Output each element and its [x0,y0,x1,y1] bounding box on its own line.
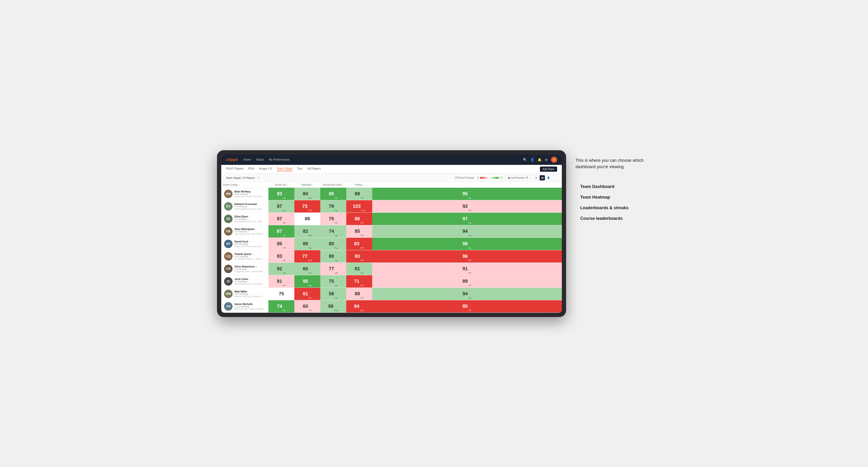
table-row[interactable]: AN Aaron Nicholls 11-15 Handicap Drift G… [221,300,562,312]
nav-home[interactable]: Home [243,158,251,161]
col-header-off-tee[interactable]: Off the Tee ↓ [269,182,294,188]
score-box: 81 4 [346,263,372,275]
score-value: 86 [355,216,360,221]
score-box: 94 1 [372,225,562,238]
table-header-row: Player Quality ↓ Off the Tee ↓ Approach … [221,182,562,188]
col-header-around-green[interactable]: Around the Green ↓ [320,182,346,188]
view-download-button[interactable]: ↓ [552,175,557,181]
score-value: 60 [303,304,308,309]
score-value: 95 [303,279,308,284]
score-value: 88 [355,291,360,297]
circle-plus-icon[interactable]: ⊕ [545,158,548,161]
player-handicap: Plus Handicap [235,243,266,245]
player-info: Josh Coles 1-5 Handicap Royal North Devo… [235,278,266,285]
score-cell-player-quality: 93 4 [269,187,294,200]
score-delta: 4 [335,297,338,299]
nav-teams[interactable]: Teams [256,158,264,161]
score-delta: 21 [360,309,365,312]
score-cell-approach: 75 3 [320,213,346,225]
last-rounds-button[interactable]: ▦ Last Rounds: 20 [505,175,531,180]
tab-hcaps[interactable]: Hcaps 1-5 [259,167,272,171]
score-box: 86 8 [372,250,562,262]
score-value: 83 [277,253,282,259]
tab-pgat-players[interactable]: PGAT Players [226,167,244,171]
score-cell-player-quality: 85 3 [269,238,294,250]
score-value: 74 [329,228,334,234]
table-row[interactable]: JC Josh Coles 1-5 Handicap Royal North D… [221,275,562,287]
score-value: 77 [302,253,307,259]
tab-tour[interactable]: Tour [297,167,303,171]
view-grid-large-button[interactable]: ⊞ [533,175,539,181]
player-club: Royal North Devon Golf Club, United King… [235,245,265,248]
score-box: 79 9 [320,200,346,213]
score-box: 74 8 [269,300,294,312]
player-name: Blair McHarg [235,190,266,193]
user-avatar[interactable]: U [551,157,557,163]
score-delta: 11 [360,284,365,286]
score-value: 94 [463,291,468,297]
player-club: Gog Magog Golf Club, United Kingdom [235,233,265,235]
tab-pga[interactable]: PGA [248,167,254,171]
score-delta: 1 [309,309,312,312]
table-row[interactable]: DF David Ford ✓ Plus Handicap Royal Nort… [221,238,562,250]
score-delta: 4 [283,197,286,199]
score-delta: 2 [335,284,338,286]
score-cell-player-quality: 74 8 [269,300,294,312]
edit-icon[interactable]: ✏ [257,176,260,179]
score-cell-putting: 94 3 [372,287,562,300]
score-value: 71 [354,279,359,284]
score-cell-off-tee: 73 11 [294,200,320,213]
bell-icon[interactable]: 🔔 [537,158,541,161]
score-delta: 4 [361,272,364,274]
score-box: 77 14 [294,250,320,262]
view-heatmap-button[interactable]: 👤 [546,175,551,181]
verified-icon: ✓ [255,266,257,268]
score-cell-player-quality: 87 1 [269,200,294,213]
table-row[interactable]: CQ Charlie Quick ✓ 6-10 Handicap St. Geo… [221,250,562,262]
score-value: 80 [329,253,334,259]
tab-team-clippd[interactable]: Team Clippd [277,167,292,171]
score-value: 88 [355,191,360,196]
nav-my-performance[interactable]: My Performance [269,158,289,161]
nav-bar: clippd Home Teams My Performance 🔍 👤 🔔 ⊕… [221,154,562,165]
person-icon[interactable]: 👤 [530,158,534,161]
table-row[interactable]: EE Elliot Ebert 1-5 Handicap Sunningdale… [221,213,562,225]
score-delta: 14 [308,259,312,261]
col-header-player[interactable]: Player Quality ↓ [221,182,269,188]
score-value: 83 [354,241,359,247]
score-value: 87 [277,204,282,209]
tab-all-players[interactable]: All Players [307,167,321,171]
score-value: 80 [329,241,334,247]
score-value: 93 [277,191,282,196]
score-value: 85 [329,191,334,196]
table-row[interactable]: MM Matt Miller 6-10 Handicap Woburn Golf… [221,287,562,300]
player-cell: CQ Charlie Quick ✓ 6-10 Handicap St. Geo… [221,250,269,262]
table-row[interactable]: DB Dave Billingham 1-5 Handicap Gog Mago… [221,225,562,238]
col-header-approach[interactable]: Approach ↓ [294,182,320,188]
search-icon[interactable]: 🔍 [523,158,527,161]
table-row[interactable]: EC Edward Crossman 1-5 Handicap Sunningd… [221,200,562,213]
team-bar: Team Clippd | 14 Players ✏ 20 Round Chan… [221,174,562,182]
score-delta: 3 [468,209,471,212]
score-box: 77 3 [320,263,346,275]
score-cell-approach: 58 10 [320,300,346,312]
score-cell-putting: 94 1 [372,225,562,238]
score-value: 81 [277,279,282,284]
add-team-button[interactable]: Add Team [540,166,557,172]
score-delta: 4 [468,309,471,312]
score-box: 80 3 [320,238,346,250]
score-value: 82 [303,228,308,234]
player-avatar: DF [224,240,232,248]
scale-neg-label: -5 [477,177,479,179]
player-info: Charlie Quick ✓ 6-10 Handicap St. George… [235,253,266,260]
table-row[interactable]: CR Chris Robertson ✓ 1-5 Handicap Craigm… [221,262,562,275]
view-grid-small-button[interactable]: ▦ [540,175,545,181]
nav-icons: 🔍 👤 🔔 ⊕ U [523,157,557,163]
score-box: 82 3 [269,263,294,275]
score-delta: 3 [468,297,471,299]
score-box: 61 3 [294,288,320,300]
table-row[interactable]: BM Blair McHarg Plus Handicap Royal Nort… [221,187,562,200]
option-team-heatmap: Team Heatmap [580,195,651,200]
score-cell-player-quality: 75 [269,287,294,300]
col-header-putting[interactable]: Putting ↓ [346,182,372,188]
